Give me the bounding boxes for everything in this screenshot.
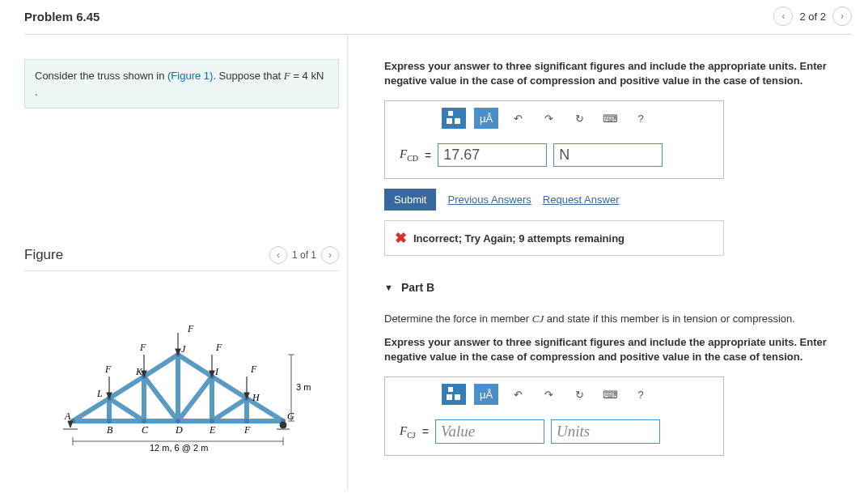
units-button[interactable]: μÅ bbox=[474, 384, 498, 405]
part-b-instruction: Express your answer to three significant… bbox=[384, 335, 852, 364]
part-b-answer-box: μÅ ↶ ↷ ↻ ⌨ ? FCJ = Value Units bbox=[384, 376, 724, 456]
svg-line-1 bbox=[73, 398, 109, 421]
part-b-header[interactable]: ▼ Part B bbox=[384, 276, 852, 300]
page-counter: 2 of 2 bbox=[799, 11, 826, 23]
svg-text:F: F bbox=[243, 424, 251, 436]
figure-next-button[interactable]: › bbox=[321, 246, 339, 264]
part-a-answer-box: μÅ ↶ ↷ ↻ ⌨ ? FCD = bbox=[384, 100, 724, 179]
feedback-box: ✖ Incorrect; Try Again; 9 attempts remai… bbox=[384, 220, 724, 256]
value-input[interactable] bbox=[438, 143, 547, 167]
svg-line-15 bbox=[212, 398, 247, 421]
svg-point-29 bbox=[280, 422, 286, 428]
variable-label-fcj: FCJ bbox=[400, 424, 416, 440]
keyboard-button[interactable]: ⌨ bbox=[599, 385, 621, 404]
caret-down-icon: ▼ bbox=[384, 283, 393, 292]
reset-button[interactable]: ↻ bbox=[568, 108, 591, 128]
svg-text:C: C bbox=[142, 424, 149, 436]
template-button[interactable] bbox=[442, 384, 466, 405]
svg-text:F: F bbox=[250, 364, 257, 375]
unit-input[interactable]: Units bbox=[551, 419, 660, 444]
svg-text:F: F bbox=[139, 342, 146, 353]
svg-text:F: F bbox=[187, 323, 194, 334]
svg-text:D: D bbox=[175, 424, 183, 436]
unit-input[interactable] bbox=[553, 143, 663, 167]
problem-title: Problem 6.45 bbox=[24, 10, 100, 23]
help-button[interactable]: ? bbox=[629, 108, 652, 128]
svg-text:E: E bbox=[209, 424, 216, 436]
part-a-instruction: Express your answer to three significant… bbox=[384, 59, 852, 88]
value-input[interactable]: Value bbox=[435, 419, 544, 444]
svg-text:K: K bbox=[135, 366, 143, 377]
svg-text:L: L bbox=[96, 388, 103, 399]
units-button[interactable]: μÅ bbox=[474, 108, 498, 129]
svg-text:F: F bbox=[104, 364, 112, 375]
figure-link[interactable]: (Figure 1) bbox=[167, 70, 213, 82]
svg-text:3 m: 3 m bbox=[296, 382, 311, 392]
undo-button[interactable]: ↶ bbox=[506, 385, 529, 404]
svg-line-2 bbox=[109, 376, 144, 398]
svg-line-13 bbox=[144, 376, 178, 421]
svg-line-4 bbox=[178, 355, 212, 376]
svg-point-18 bbox=[142, 419, 146, 423]
keyboard-button[interactable]: ⌨ bbox=[599, 108, 621, 128]
svg-point-19 bbox=[176, 419, 180, 423]
svg-text:G: G bbox=[287, 411, 294, 422]
reset-button[interactable]: ↻ bbox=[568, 385, 591, 404]
svg-text:A: A bbox=[64, 411, 71, 422]
svg-line-5 bbox=[212, 376, 247, 398]
request-answer-link[interactable]: Request Answer bbox=[543, 194, 620, 206]
svg-line-3 bbox=[144, 355, 178, 376]
undo-button[interactable]: ↶ bbox=[506, 108, 529, 128]
variable-label-fcd: FCD bbox=[400, 147, 418, 163]
prev-page-button[interactable]: ‹ bbox=[773, 6, 793, 26]
svg-text:J: J bbox=[181, 343, 186, 355]
problem-statement: Consider the truss shown in (Figure 1). … bbox=[24, 59, 339, 108]
help-button[interactable]: ? bbox=[629, 385, 652, 404]
page-nav: ‹ 2 of 2 › bbox=[773, 6, 852, 26]
submit-button[interactable]: Submit bbox=[384, 189, 436, 211]
svg-text:12 m, 6 @ 2 m: 12 m, 6 @ 2 m bbox=[150, 443, 208, 453]
figure-prev-button[interactable]: ‹ bbox=[269, 246, 287, 264]
svg-text:I: I bbox=[214, 366, 219, 377]
svg-point-21 bbox=[244, 419, 249, 423]
next-page-button[interactable]: › bbox=[832, 6, 852, 26]
svg-text:F: F bbox=[215, 342, 222, 353]
figure-page-counter: 1 of 1 bbox=[292, 249, 316, 261]
svg-text:H: H bbox=[252, 392, 260, 403]
incorrect-icon: ✖ bbox=[395, 229, 407, 247]
svg-line-12 bbox=[109, 398, 144, 421]
svg-point-20 bbox=[210, 419, 214, 423]
part-b-title: Part B bbox=[401, 281, 434, 294]
figure-heading: Figure bbox=[24, 247, 63, 263]
part-b-prompt: Determine the force in member CJ and sta… bbox=[384, 311, 852, 327]
svg-text:B: B bbox=[107, 424, 113, 436]
svg-line-14 bbox=[178, 376, 212, 421]
truss-figure: FFFFF LKJIH ABCDEFG 3 m 12 m, 6 @ 2 m bbox=[24, 316, 339, 456]
svg-point-17 bbox=[107, 419, 112, 423]
feedback-text: Incorrect; Try Again; 9 attempts remaini… bbox=[413, 232, 625, 245]
redo-button[interactable]: ↷ bbox=[537, 385, 560, 404]
redo-button[interactable]: ↷ bbox=[537, 108, 560, 128]
previous-answers-link[interactable]: Previous Answers bbox=[447, 194, 531, 206]
template-button[interactable] bbox=[442, 108, 466, 129]
